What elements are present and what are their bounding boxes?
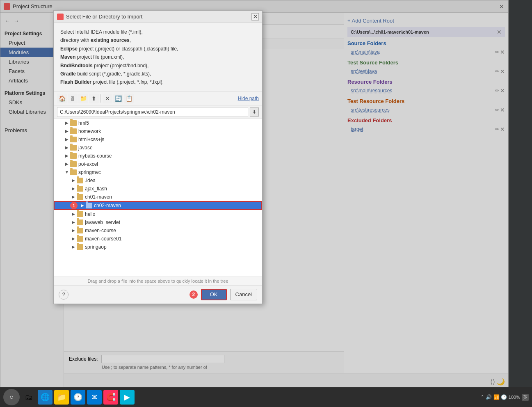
tree-label-springaop: springaop: [85, 244, 107, 250]
drag-hint: Drag and drop a file into the space abov…: [54, 277, 262, 286]
folder-icon-javase: [70, 145, 77, 151]
file-tree[interactable]: ▶ hml5 ▶ homework ▶ html+css+js ▶ javase…: [54, 119, 262, 277]
taskbar-search-button[interactable]: ○: [3, 389, 20, 405]
system-tray-icons: ⌃ 🔊 📶 🕐: [480, 394, 507, 400]
tree-toggle-poi-excel: ▶: [64, 161, 70, 167]
path-input[interactable]: [57, 107, 248, 117]
dialog-title-text: Select File or Directory to Import: [66, 14, 251, 20]
tree-toggle-ajax-flash: ▶: [70, 185, 77, 192]
dialog-titlebar: Select File or Directory to Import ✕: [54, 11, 262, 23]
tree-toggle-maven-course01: ▶: [70, 236, 77, 242]
tree-item-springaop[interactable]: ▶ springaop: [54, 243, 262, 251]
toolbar-copy-button[interactable]: 📋: [124, 94, 134, 103]
taskbar-icon-explorer[interactable]: 📁: [54, 390, 69, 405]
path-row: ⬇: [54, 105, 262, 119]
tree-label-maven-course01: maven-course01: [85, 236, 121, 242]
tree-toggle-mybatis-course: ▶: [64, 153, 70, 159]
tree-item-ch02-maven[interactable]: 1 ▶ ch02-maven: [54, 201, 262, 210]
tree-toggle-springmvc: ▼: [64, 169, 70, 176]
tree-item-javaweb-servlet[interactable]: ▶ javaweb_servlet: [54, 218, 262, 226]
folder-icon-springaop: [77, 244, 83, 250]
dialog-toolbar: 🏠 🖥 📁 ⬆ ✕ 🔄 📋 Hide path: [54, 92, 262, 105]
tree-item-maven-course[interactable]: ▶ maven-course: [54, 226, 262, 235]
dialog-close-button[interactable]: ✕: [251, 13, 259, 21]
tree-label-javaweb-servlet: javaweb_servlet: [85, 220, 120, 225]
tree-toggle-javaweb-servlet: ▶: [70, 219, 77, 226]
folder-icon-hello: [77, 211, 83, 217]
dialog-footer: ? 2 OK Cancel: [54, 286, 262, 304]
taskbar-icon-idea[interactable]: 🧲: [103, 390, 118, 405]
help-button[interactable]: ?: [59, 290, 68, 300]
path-download-button[interactable]: ⬇: [250, 107, 259, 117]
folder-icon-idea: [77, 178, 83, 183]
taskbar-time: 100%: [509, 395, 520, 400]
tree-toggle-idea: ▶: [70, 177, 77, 184]
tree-label-hello: hello: [85, 211, 95, 217]
taskbar: ○ 🗂 🌐 📁 🕐 ✉ 🧲 ▶ ⌃ 🔊 📶 🕐 100% 英: [0, 387, 532, 407]
tree-label-springmvc: springmvc: [78, 169, 101, 175]
tree-toggle-ch02-maven: ▶: [79, 202, 86, 209]
folder-icon-hml5: [70, 120, 77, 126]
toolbar-up-button[interactable]: ⬆: [89, 94, 99, 103]
folder-icon-mybatis-course: [70, 153, 77, 159]
folder-icon-maven-course: [77, 228, 83, 233]
tree-item-idea[interactable]: ▶ .idea: [54, 176, 262, 185]
tree-item-javase[interactable]: ▶ javase: [54, 144, 262, 152]
toolbar-desktop-button[interactable]: 🖥: [68, 94, 78, 103]
folder-icon-homework: [70, 128, 77, 134]
dialog-description: Select IntelliJ IDEA module file (*.iml)…: [54, 23, 262, 92]
toolbar-refresh-button[interactable]: 🔄: [113, 94, 123, 103]
taskbar-right-area: ⌃ 🔊 📶 🕐 100% 英: [480, 394, 529, 401]
tree-badge-ch02-maven: 1: [70, 202, 78, 209]
tree-label-idea: .idea: [85, 178, 96, 183]
tree-item-springmvc[interactable]: ▼ springmvc: [54, 168, 262, 176]
tree-label-poi-excel: poi-excel: [78, 161, 98, 167]
toolbar-home-button[interactable]: 🏠: [57, 94, 67, 103]
tree-item-ajax-flash[interactable]: ▶ ajax_flash: [54, 185, 262, 193]
taskbar-icon-files[interactable]: 🗂: [21, 390, 36, 405]
taskbar-icon-edge[interactable]: 🌐: [38, 390, 53, 405]
folder-icon-javaweb-servlet: [77, 220, 83, 225]
tree-toggle-hello: ▶: [70, 211, 77, 217]
tree-item-homework[interactable]: ▶ homework: [54, 127, 262, 135]
tree-label-mybatis-course: mybatis-course: [78, 153, 112, 159]
taskbar-icon-app[interactable]: ▶: [120, 390, 135, 405]
tree-toggle-htmlcssjs: ▶: [64, 136, 70, 143]
tree-label-ch02-maven: ch02-maven: [94, 203, 121, 208]
tree-toggle-hml5: ▶: [64, 120, 70, 126]
tree-item-hello[interactable]: ▶ hello: [54, 210, 262, 218]
taskbar-lang: 英: [522, 394, 529, 401]
tree-item-hml5[interactable]: ▶ hml5: [54, 119, 262, 127]
tree-label-ajax-flash: ajax_flash: [85, 186, 107, 192]
tree-toggle-springaop: ▶: [70, 244, 77, 250]
tree-item-mybatis-course[interactable]: ▶ mybatis-course: [54, 152, 262, 160]
tree-toggle-javase: ▶: [64, 144, 70, 151]
hide-path-button[interactable]: Hide path: [238, 96, 259, 101]
tree-item-poi-excel[interactable]: ▶ poi-excel: [54, 160, 262, 168]
folder-icon-poi-excel: [70, 161, 77, 167]
ok-badge: 2: [190, 290, 198, 299]
tree-toggle-ch01-maven: ▶: [70, 194, 77, 200]
taskbar-icon-clock[interactable]: 🕐: [71, 390, 85, 405]
toolbar-new-folder-button[interactable]: 📁: [78, 94, 88, 103]
ok-button[interactable]: OK: [201, 289, 227, 300]
tree-label-homework: homework: [78, 128, 101, 134]
tree-label-ch01-maven: ch01-maven: [85, 194, 112, 200]
toolbar-separator: [100, 94, 101, 103]
tree-toggle-maven-course: ▶: [70, 227, 77, 234]
tree-label-maven-course: maven-course: [85, 228, 116, 233]
taskbar-icon-mail[interactable]: ✉: [87, 390, 102, 405]
folder-icon-ajax-flash: [77, 186, 83, 192]
folder-icon-ch01-maven: [77, 194, 83, 200]
cancel-button[interactable]: Cancel: [230, 289, 257, 300]
tree-toggle-homework: ▶: [64, 128, 70, 135]
toolbar-delete-button[interactable]: ✕: [103, 94, 112, 103]
folder-icon-ch02-maven: [86, 203, 92, 208]
tree-item-maven-course01[interactable]: ▶ maven-course01: [54, 235, 262, 243]
tree-item-htmlcssjs[interactable]: ▶ html+css+js: [54, 135, 262, 144]
tree-label-javase: javase: [78, 145, 93, 151]
file-dialog: Select File or Directory to Import ✕ Sel…: [53, 10, 263, 304]
folder-icon-htmlcssjs: [70, 137, 77, 142]
tree-item-ch01-maven[interactable]: ▶ ch01-maven: [54, 193, 262, 201]
tree-label-htmlcssjs: html+css+js: [78, 137, 104, 142]
